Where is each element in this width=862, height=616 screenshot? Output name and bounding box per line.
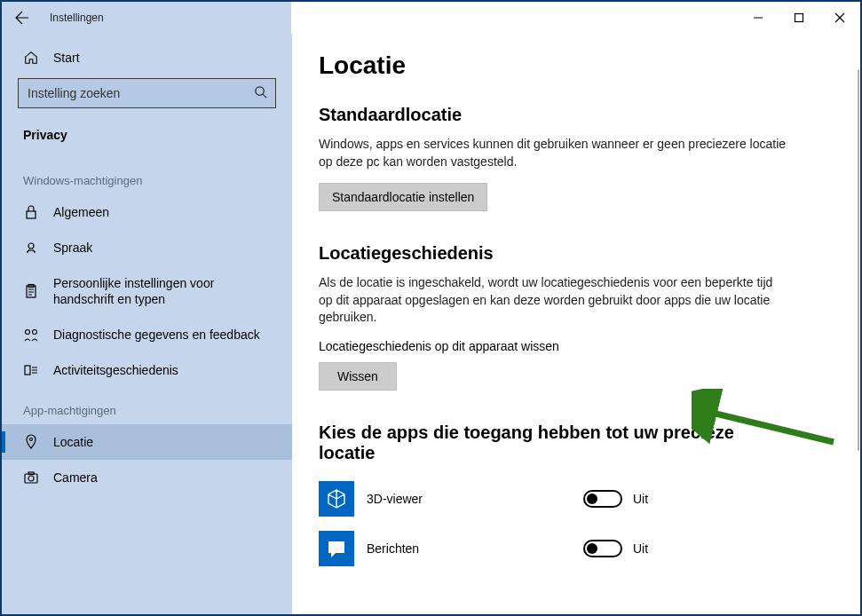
section-history-title: Locatiegeschiedenis [319, 243, 834, 264]
svg-rect-2 [27, 211, 36, 218]
app-icon-3dviewer [319, 481, 354, 517]
sidebar-item-label: Diagnostische gegevens en feedback [53, 328, 260, 342]
svg-point-3 [28, 243, 34, 249]
app-name: Berichten [367, 541, 571, 556]
speech-icon [23, 240, 39, 256]
camera-icon [23, 470, 39, 486]
location-icon [23, 434, 39, 450]
maximize-button[interactable] [779, 2, 819, 34]
sidebar-item-inking[interactable]: Persoonlijke instellingen voor handschri… [2, 265, 292, 317]
sidebar-item-location[interactable]: Locatie [2, 424, 292, 460]
current-section-label: Privacy [2, 121, 292, 158]
activity-icon [23, 362, 39, 378]
sidebar-item-activity[interactable]: Activiteitsgeschiedenis [2, 352, 292, 388]
sidebar-item-label: Algemeen [53, 205, 109, 219]
svg-rect-12 [28, 472, 34, 475]
back-button[interactable] [14, 10, 30, 26]
search-input[interactable] [18, 78, 276, 108]
sidebar-item-label: Persoonlijke instellingen voor handschri… [53, 275, 271, 307]
clear-history-label: Locatiegeschiedenis op dit apparaat wiss… [319, 339, 834, 353]
minimize-button[interactable] [738, 2, 779, 34]
toggle-state-label: Uit [633, 492, 648, 506]
sidebar-heading-app-perms: App-machtigingen [2, 388, 292, 424]
sidebar: Start Privacy Windows-machtigingen Algem… [2, 34, 292, 614]
home-link[interactable]: Start [2, 41, 292, 75]
close-button[interactable] [819, 2, 860, 34]
svg-rect-0 [795, 14, 803, 22]
lock-icon [23, 204, 39, 220]
sidebar-item-general[interactable]: Algemeen [2, 194, 292, 230]
maximize-icon [794, 12, 804, 23]
app-icon-messages [319, 531, 354, 566]
home-icon [23, 50, 39, 66]
app-row-3dviewer: 3D-viewer Uit [319, 474, 834, 524]
clear-history-button[interactable]: Wissen [319, 362, 397, 391]
clipboard-icon [23, 283, 39, 299]
arrow-left-icon [15, 11, 29, 25]
content-pane: Locatie Standaardlocatie Windows, apps e… [292, 34, 860, 614]
minimize-icon [753, 12, 763, 23]
toggle-state-label: Uit [633, 541, 648, 556]
sidebar-item-label: Activiteitsgeschiedenis [53, 363, 178, 377]
scrollbar[interactable] [858, 69, 860, 451]
sidebar-item-label: Camera [53, 470, 98, 485]
svg-point-11 [28, 476, 34, 481]
section-history-desc: Als de locatie is ingeschakeld, wordt uw… [319, 274, 789, 327]
svg-point-9 [30, 438, 33, 441]
home-label: Start [53, 51, 80, 65]
section-default-location-desc: Windows, apps en services kunnen dit geb… [319, 136, 789, 170]
sidebar-item-camera[interactable]: Camera [2, 460, 292, 495]
app-row-messages: Berichten Uit [319, 524, 834, 573]
section-apps-title: Kies de apps die toegang hebben tot uw p… [319, 423, 763, 463]
svg-rect-8 [25, 366, 30, 375]
sidebar-item-label: Locatie [53, 435, 93, 449]
close-icon [834, 12, 845, 23]
sidebar-item-speech[interactable]: Spraak [2, 230, 292, 265]
svg-point-6 [26, 330, 30, 335]
title-bar: Instellingen [2, 2, 860, 34]
window-title: Instellingen [50, 12, 104, 24]
feedback-icon [23, 327, 39, 343]
page-title: Locatie [319, 51, 834, 80]
app-name: 3D-viewer [367, 492, 571, 506]
sidebar-item-label: Spraak [53, 241, 92, 255]
set-default-location-button[interactable]: Standaardlocatie instellen [319, 183, 487, 211]
sidebar-heading-windows-perms: Windows-machtigingen [2, 158, 292, 194]
toggle-messages[interactable] [583, 540, 622, 557]
toggle-3dviewer[interactable] [583, 490, 622, 508]
sidebar-item-diagnostics[interactable]: Diagnostische gegevens en feedback [2, 317, 292, 352]
svg-point-7 [33, 330, 37, 335]
section-default-location-title: Standaardlocatie [319, 105, 834, 125]
